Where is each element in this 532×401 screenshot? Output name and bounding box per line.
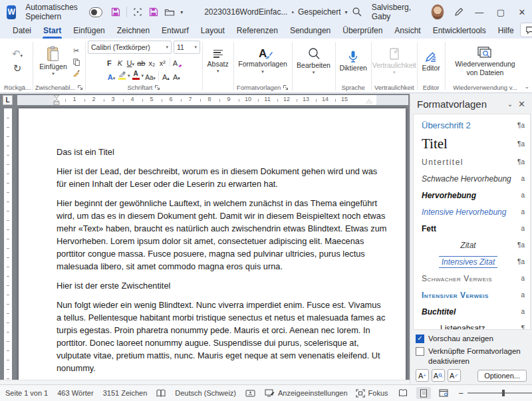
indent-marker-icon[interactable] (53, 94, 60, 106)
pane-close-icon[interactable]: ✕ (518, 99, 525, 109)
tab-stop-selector[interactable]: L (3, 95, 13, 105)
open-folder-icon[interactable] (164, 7, 175, 17)
zoom-slider[interactable] (467, 392, 532, 394)
clear-formatting-button[interactable]: A (172, 56, 184, 68)
focus-button[interactable]: Fokus (356, 389, 388, 398)
tab-datei[interactable]: Datei (7, 25, 37, 39)
pen-mode-icon[interactable] (454, 7, 464, 17)
underline-button[interactable]: U▾ (126, 56, 136, 68)
doc-paragraph[interactable]: Hier beginnt der gewöhnliche Lauftext, i… (57, 197, 387, 273)
disable-linked-checkbox[interactable] (416, 347, 424, 356)
superscript-button[interactable]: x² (158, 56, 168, 68)
touch-mode-icon[interactable] (132, 7, 143, 17)
pane-chevron-icon[interactable]: ⌄ (507, 100, 513, 108)
style-item-ueberschrift2[interactable]: Überschrift 2¶a (414, 117, 530, 134)
avatar[interactable] (431, 4, 444, 20)
preview-checkbox-row[interactable]: ✓ Vorschau anzeigen (416, 334, 527, 343)
dictate-button[interactable]: Diktieren (336, 49, 369, 72)
sensitivity-button[interactable]: Vertraulichkeit ▾ (370, 47, 419, 76)
italic-button[interactable]: K (115, 56, 125, 68)
manage-styles-button[interactable]: A✓ (448, 369, 461, 382)
undo-icon[interactable]: ↶▾ (12, 48, 23, 60)
page-indicator[interactable]: Seite 1 von 1 (5, 389, 48, 397)
editing-button[interactable]: Bearbeiten ▾ (294, 47, 333, 76)
style-item-intensiver-verweis[interactable]: Intensiver Verweisa (414, 287, 530, 303)
word-count[interactable]: 463 Wörter (57, 389, 93, 397)
styles-button[interactable]: A Formatvorlagen ▾ (235, 47, 290, 74)
language-indicator[interactable]: Deutsch (Schweiz) (175, 389, 236, 397)
disable-linked-checkbox-row[interactable]: Verknüpfte Formatvorlagen deaktivieren (416, 346, 527, 366)
grow-font-button[interactable]: A▴ (161, 70, 171, 82)
collapse-ribbon-icon[interactable]: ⌄ (524, 83, 529, 90)
save-icon[interactable] (110, 7, 121, 17)
document-title-area[interactable]: 20230316WordEinfac... • Gespeichert ▾ (204, 7, 347, 17)
bold-button[interactable]: F (104, 56, 114, 68)
style-item-zitat[interactable]: Zitat¶a (414, 237, 530, 253)
text-effects-button[interactable]: A▾ (106, 70, 116, 82)
search-icon[interactable] (352, 7, 362, 17)
style-item-fett[interactable]: Fetta (414, 220, 530, 237)
tab-hilfe[interactable]: Hilfe (492, 25, 520, 39)
doc-paragraph[interactable]: Hier ist der Lead, der beschreibt, worum… (57, 165, 387, 190)
highlight-chevron-icon[interactable]: ▾ (128, 73, 130, 78)
tab-einfuegen[interactable]: Einfügen (67, 25, 110, 39)
style-item-intensives-zitat[interactable]: Intensives Zitat¶a (414, 253, 530, 270)
copy-icon[interactable] (71, 57, 82, 67)
user-name[interactable]: Salvisberg, Gaby (372, 3, 422, 21)
subscript-button[interactable]: x₂ (147, 56, 157, 68)
tab-zeichnen[interactable]: Zeichnen (111, 25, 156, 39)
highlight-button[interactable] (117, 70, 127, 82)
style-item-intensive-hervorhebung[interactable]: Intensive Hervorhebunga (414, 203, 530, 220)
char-count[interactable]: 3151 Zeichen (103, 389, 148, 397)
accessibility-icon[interactable] (245, 389, 255, 398)
style-item-titel[interactable]: Titel¶a (414, 134, 530, 154)
tab-referenzen[interactable]: Referenzen (231, 25, 284, 39)
font-name-combo[interactable]: Calibri (Textkörper)▾ (88, 41, 172, 54)
font-color-chevron-icon[interactable]: ▾ (142, 73, 144, 78)
style-item-untertitel[interactable]: Untertitel¶a (414, 154, 530, 170)
tab-entwurf[interactable]: Entwurf (156, 25, 195, 39)
style-item-listenabsatz[interactable]: Listenabsatz¶ (414, 320, 530, 330)
style-item-buchtitel[interactable]: Buchtitela (414, 303, 530, 320)
new-style-button[interactable]: A+ (416, 369, 429, 382)
print-layout-icon[interactable] (416, 387, 431, 399)
web-layout-icon[interactable] (436, 387, 451, 399)
tab-layout[interactable]: Layout (195, 25, 231, 39)
styles-options-button[interactable]: Optionen... (477, 370, 527, 382)
maximize-button[interactable]: ▢ (495, 7, 507, 17)
title-chevron-icon[interactable]: ▾ (345, 9, 348, 15)
doc-paragraph[interactable]: Hier ist der erste Zwischentitel (57, 279, 387, 292)
style-item-schwache-hervorhebung[interactable]: Schwache Hervorhebunga (414, 170, 530, 187)
redo-icon[interactable]: ↻ (13, 63, 22, 74)
doc-paragraph[interactable]: Das ist ein Titel (57, 146, 387, 158)
clipboard-dialog-launcher-icon[interactable] (77, 84, 83, 90)
format-painter-icon[interactable] (71, 68, 82, 78)
right-indent-marker-icon[interactable] (366, 99, 372, 104)
style-item-schwacher-verweis[interactable]: Schwacher Verweisa (414, 270, 530, 287)
vertical-ruler[interactable] (4, 108, 12, 384)
tab-start[interactable]: Start (37, 25, 67, 39)
doc-paragraph[interactable]: Nun folgt wieder ein wenig Blindtext. Nu… (57, 299, 387, 374)
qat-customize-icon[interactable]: ▾ (180, 9, 183, 15)
tab-ueberpruefen[interactable]: Überprüfen (336, 25, 388, 39)
comments-button[interactable] (520, 23, 532, 37)
style-inspector-button[interactable]: A (432, 369, 445, 382)
preview-checkbox[interactable]: ✓ (416, 334, 424, 343)
font-dialog-launcher-icon[interactable] (154, 84, 160, 90)
editor-button[interactable]: Editor (419, 49, 442, 72)
paragraph-button[interactable]: Absatz ▾ (205, 48, 231, 74)
zoom-out-icon[interactable]: − (459, 388, 464, 398)
close-button[interactable]: ✕ (516, 7, 528, 17)
minimize-button[interactable]: — (473, 7, 485, 17)
paste-button[interactable]: Einfügen ▾ (37, 45, 69, 77)
display-settings-button[interactable]: Anzeigeeinstellungen (265, 389, 348, 398)
font-color-button[interactable]: A (131, 70, 141, 82)
tab-entwicklertools[interactable]: Entwicklertools (427, 25, 492, 39)
save-icon-2[interactable] (148, 7, 159, 17)
reuse-files-button[interactable]: Wiederverwendung von Dateien (446, 45, 523, 76)
read-mode-icon[interactable] (396, 387, 411, 399)
horizontal-scrollbar[interactable] (0, 380, 410, 384)
tab-ansicht[interactable]: Ansicht (388, 25, 426, 39)
shrink-font-button[interactable]: A▾ (172, 70, 182, 82)
change-case-button[interactable]: Aa▾ (144, 70, 156, 82)
